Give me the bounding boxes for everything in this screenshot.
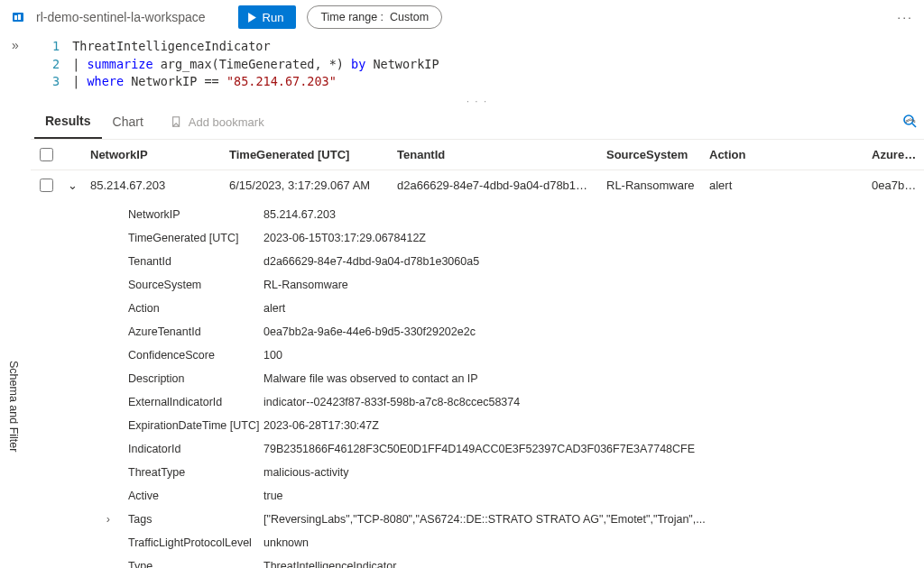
tab-results[interactable]: Results [34,105,102,139]
detail-key: SourceSystem [116,279,263,291]
detail-value: 2023-06-28T17:30:47Z [263,419,924,432]
detail-value: 85.214.67.203 [263,208,924,221]
detail-row: TimeGenerated [UTC]2023-06-15T03:17:29.0… [31,226,924,250]
detail-value: alert [263,302,924,315]
detail-key: TenantId [116,255,263,268]
gutter: 123 [52,38,72,91]
detail-key: ExpirationDateTime [UTC] [116,419,263,432]
row-details: NetworkIP85.214.67.203TimeGenerated [UTC… [31,201,924,568]
col-networkip[interactable]: NetworkIP [83,148,222,161]
detail-key: Description [116,372,263,385]
detail-row: TrafficLightProtocolLevelunknown [31,531,924,554]
col-sourcesystem[interactable]: SourceSystem [599,148,702,161]
detail-row: NetworkIP85.214.67.203 [31,203,924,226]
detail-key: Action [116,302,263,315]
col-timegenerated[interactable]: TimeGenerated [UTC] [222,148,390,161]
detail-key: IndicatorId [116,443,263,455]
detail-value: 0ea7bb2a-9a6e-44e6-b9d5-330f29202e2c [263,325,924,338]
resize-handle[interactable]: · · · [31,96,924,105]
cell-networkip: 85.214.67.203 [83,179,222,192]
tab-chart[interactable]: Chart [102,105,154,139]
col-tenantid[interactable]: TenantId [390,148,599,161]
detail-value: 100 [263,349,924,362]
select-all-checkbox[interactable] [40,148,53,161]
detail-row: TenantIdd2a66629-84e7-4dbd-9a04-d78b1e30… [31,250,924,273]
detail-key: TimeGenerated [UTC] [116,232,263,244]
row-expand-icon[interactable]: ⌄ [61,179,83,192]
detail-row: ExpirationDateTime [UTC]2023-06-28T17:30… [31,414,924,437]
detail-key: NetworkIP [116,208,263,221]
detail-key: Type [116,560,263,568]
row-checkbox[interactable] [40,179,53,192]
results-grid: NetworkIP TimeGenerated [UTC] TenantId S… [31,140,924,568]
grid-header: NetworkIP TimeGenerated [UTC] TenantId S… [31,140,924,170]
detail-value: indicator--02423f87-833f-598b-a7c8-8c8cc… [263,396,924,408]
detail-value: 79B2351866F46128F3C50E0D1FF4D149ACC0E3F5… [263,443,924,455]
expand-sidebar-icon[interactable]: » [12,38,19,52]
detail-row: Activetrue [31,484,924,508]
table-row[interactable]: ⌄ 85.214.67.203 6/15/2023, 3:17:29.067 A… [31,170,924,201]
cell-source: RL-Ransomware [599,179,702,192]
workspace-name: rl-demo-sentinel-la-workspace [36,10,206,24]
more-menu-icon[interactable]: ··· [897,10,913,24]
detail-row: AzureTenantId0ea7bb2a-9a6e-44e6-b9d5-330… [31,320,924,344]
collapse-editor-icon[interactable]: ︽ [905,110,917,126]
expand-tags-icon[interactable]: › [31,513,116,526]
workspace-icon [11,10,25,24]
detail-row: Actionalert [31,297,924,320]
detail-key: TrafficLightProtocolLevel [116,536,263,549]
detail-key: AzureTenantId [116,325,263,338]
detail-value: RL-Ransomware [263,279,924,291]
cell-tenant: d2a66629-84e7-4dbd-9a04-d78b1e3060a5 [390,179,599,192]
detail-value: ThreatIntelligenceIndicator [263,560,924,568]
run-button[interactable]: Run [238,5,297,29]
detail-row: ConfidenceScore100 [31,344,924,367]
detail-value: Malware file was observed to contact an … [263,372,924,385]
col-azuretenant[interactable]: AzureTenan [864,148,924,161]
detail-row: IndicatorId79B2351866F46128F3C50E0D1FF4D… [31,437,924,461]
col-action[interactable]: Action [702,148,864,161]
detail-value: unknown [263,536,924,549]
detail-value: true [263,490,924,502]
detail-key: Active [116,490,263,502]
detail-key: ConfidenceScore [116,349,263,362]
cell-aztenant: 0ea7bb2a-9 [864,179,924,192]
detail-value: 2023-06-15T03:17:29.0678412Z [263,232,924,244]
detail-value: d2a66629-84e7-4dbd-9a04-d78b1e3060a5 [263,255,924,268]
cell-action: alert [702,179,864,192]
detail-row: TypeThreatIntelligenceIndicator [31,554,924,568]
query-editor[interactable]: 123 ThreatIntelligenceIndicator | summar… [31,34,924,96]
add-bookmark-button: Add bookmark [171,115,264,129]
schema-filter-label[interactable]: Schema and Filter [7,361,20,452]
svg-rect-2 [18,14,21,20]
detail-key: ThreatType [116,466,263,479]
svg-rect-1 [14,15,17,20]
detail-value: malicious-activity [263,466,924,479]
detail-row: ExternalIndicatorIdindicator--02423f87-8… [31,390,924,414]
detail-key: Tags [116,513,263,526]
time-range-selector[interactable]: Time range : Custom [307,5,442,29]
detail-row: SourceSystemRL-Ransomware [31,273,924,297]
detail-key: ExternalIndicatorId [116,396,263,408]
detail-value: ["ReversingLabs","TCP-8080","AS6724::DE:… [263,513,924,526]
detail-row: ›Tags["ReversingLabs","TCP-8080","AS6724… [31,508,924,531]
cell-time: 6/15/2023, 3:17:29.067 AM [222,179,390,192]
detail-row: DescriptionMalware file was observed to … [31,367,924,390]
detail-row: ThreatTypemalicious-activity [31,461,924,484]
